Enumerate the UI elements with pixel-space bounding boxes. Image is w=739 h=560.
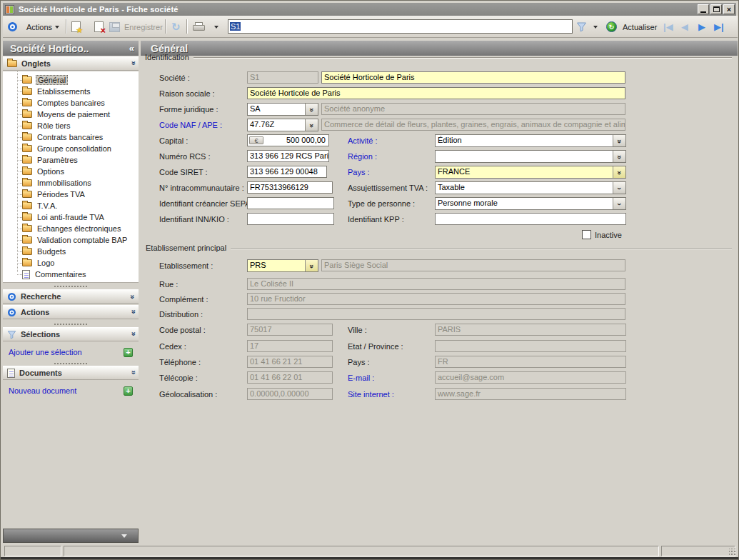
collapsed-panel-bar[interactable] <box>3 529 139 543</box>
tree-item-echanges-electroniques[interactable]: Echanges électroniques <box>3 223 139 234</box>
activite-label[interactable]: Activité : <box>348 136 378 145</box>
identifiant-sepa-field[interactable] <box>247 197 334 209</box>
chevron-down-icon[interactable]: » <box>128 294 136 298</box>
euro-currency-button[interactable]: € <box>249 136 263 144</box>
capital-field[interactable]: € 500 000,00 <box>247 134 329 146</box>
filter-dropdown-button[interactable] <box>593 19 598 35</box>
intracommunautaire-label: N° intracommunautaire : <box>159 184 244 192</box>
tree-item-periodes-tva[interactable]: Périodes TVA <box>3 189 139 200</box>
tree-item-parametres[interactable]: Paramètres <box>3 154 139 166</box>
close-button[interactable]: × <box>723 4 735 14</box>
assujettissement-tva-label: Assujettissement TVA : <box>348 184 428 192</box>
pays-combo[interactable]: FRANCE » <box>435 166 626 179</box>
minimize-button[interactable] <box>698 4 709 14</box>
dropdown-icon[interactable]: › <box>613 182 625 194</box>
onglets-section-header[interactable]: Onglets « <box>3 56 139 71</box>
email-label[interactable]: E-mail : <box>348 374 374 382</box>
actions-menu-button[interactable]: Actions <box>21 19 64 35</box>
add-selection-link[interactable]: Ajouter une sélection + <box>3 346 139 359</box>
folder-icon <box>22 202 32 209</box>
actualiser-button[interactable]: ↻ <box>606 19 617 35</box>
tree-item-groupe-consolidation[interactable]: Groupe consolidation <box>3 143 139 154</box>
tree-item-options[interactable]: Options <box>3 166 139 177</box>
code-naf-label[interactable]: Code NAF / APE : <box>159 121 222 129</box>
tree-item-logo[interactable]: Logo <box>3 257 139 269</box>
chevron-up-icon[interactable]: « <box>128 371 136 374</box>
sidebar-splitter[interactable] <box>3 284 139 289</box>
lookup-dropdown-icon[interactable]: » <box>305 104 318 115</box>
etat-province-label: Etat / Province : <box>348 342 403 351</box>
lookup-dropdown-icon[interactable]: » <box>613 151 625 162</box>
lookup-dropdown-icon[interactable]: » <box>613 135 625 146</box>
add-plus-icon[interactable]: + <box>124 348 133 357</box>
sidebar-collapse-icon[interactable]: « <box>129 43 134 54</box>
raison-sociale-field[interactable]: Société Horticole de Paris <box>247 87 625 99</box>
title-bar[interactable]: Société Horticole de Paris - Fiche socié… <box>3 3 736 16</box>
add-plus-icon[interactable]: + <box>124 386 133 396</box>
intracommunautaire-field[interactable]: FR75313966129 <box>247 181 333 194</box>
sidebar-header[interactable]: Société Hortico.. « <box>3 41 139 56</box>
tree-item-role-tiers[interactable]: Rôle tiers <box>3 120 139 131</box>
inactive-checkbox[interactable] <box>582 230 591 239</box>
folder-icon <box>7 60 17 67</box>
dropdown-icon[interactable]: › <box>613 198 625 209</box>
tree-item-budgets[interactable]: Budgets <box>3 246 139 257</box>
tree-item-immobilisations[interactable]: Immobilisations <box>3 177 139 189</box>
pays-label[interactable]: Pays : <box>348 168 370 176</box>
societe-name-field[interactable]: Société Horticole de Paris <box>321 71 625 84</box>
documents-section-header[interactable]: Documents « <box>3 366 139 380</box>
telecopie-field: 01 41 66 22 01 <box>247 371 333 384</box>
etablissement-combo[interactable]: PRS » <box>247 259 318 272</box>
tree-item-etablissements[interactable]: Etablissements <box>3 86 139 97</box>
etablissement-label: Etablissement : <box>159 261 213 270</box>
tree-item-commentaires[interactable]: Commentaires <box>3 269 139 280</box>
nav-last-button[interactable]: ▶| <box>714 19 724 35</box>
recherche-section-header[interactable]: Recherche » <box>3 289 139 304</box>
type-de-personne-combo[interactable]: Personne morale › <box>435 197 626 210</box>
save-button[interactable] <box>109 19 120 35</box>
sidebar-splitter[interactable] <box>3 321 139 326</box>
activite-combo[interactable]: Édition » <box>435 134 626 147</box>
chevron-up-icon[interactable]: « <box>128 310 136 314</box>
maximize-button[interactable] <box>710 4 722 14</box>
delete-record-button[interactable]: × <box>94 19 104 35</box>
site-internet-label[interactable]: Site internet : <box>348 390 394 399</box>
chevron-up-icon[interactable]: « <box>128 61 136 65</box>
tree-item-loi-anti-fraude-tva[interactable]: Loi anti-fraude TVA <box>3 211 139 223</box>
chevron-up-icon[interactable]: « <box>128 332 136 336</box>
print-dropdown-button[interactable] <box>214 19 218 35</box>
tree-item-contrats-bancaires[interactable]: Contrats bancaires <box>3 131 139 143</box>
forme-juridique-combo[interactable]: SA » <box>247 103 318 116</box>
assujettissement-tva-combo[interactable]: Taxable › <box>435 181 626 194</box>
tree-item-validation-comptable-bap[interactable]: Validation comptable BAP <box>3 234 139 246</box>
lookup-dropdown-icon[interactable]: » <box>305 260 318 271</box>
identifiant-kpp-field[interactable] <box>435 213 626 225</box>
new-document-link[interactable]: Nouveau document + <box>3 384 139 397</box>
print-button[interactable] <box>193 19 205 35</box>
sidebar-splitter[interactable] <box>3 361 139 366</box>
resize-grip[interactable] <box>729 549 736 556</box>
code-naf-combo[interactable]: 47.76Z » <box>247 119 318 131</box>
new-record-button[interactable]: ★ <box>71 19 81 35</box>
region-label[interactable]: Région : <box>348 152 377 161</box>
tree-item-tva[interactable]: T.V.A. <box>3 200 139 211</box>
tree-item-general[interactable]: Général <box>3 74 139 86</box>
search-input[interactable]: S1 <box>228 19 573 34</box>
folder-icon <box>22 225 32 232</box>
refresh-form-button[interactable]: ↻ <box>171 19 181 35</box>
tree-item-comptes-bancaires[interactable]: Comptes bancaires <box>3 97 139 109</box>
lookup-dropdown-icon[interactable]: » <box>613 166 625 178</box>
add-selection-label: Ajouter une sélection <box>9 348 82 356</box>
selections-section-header[interactable]: Sélections « <box>3 327 139 341</box>
tree-item-moyens-de-paiement[interactable]: Moyens de paiement <box>3 109 139 120</box>
region-combo[interactable]: » <box>435 150 626 163</box>
code-siret-field[interactable]: 313 966 129 00048 <box>247 166 327 178</box>
numero-rcs-field[interactable]: 313 966 129 RCS Paris <box>247 150 329 162</box>
actions-section-header[interactable]: Actions « <box>3 305 139 319</box>
nav-next-button[interactable]: ▶ <box>698 19 705 35</box>
lookup-dropdown-icon[interactable]: » <box>305 119 318 131</box>
filter-button[interactable] <box>576 19 587 35</box>
site-internet-field: www.sage.fr <box>435 388 626 400</box>
actions-section-label: Actions <box>21 308 49 316</box>
identifiant-innkio-field[interactable] <box>247 213 334 225</box>
